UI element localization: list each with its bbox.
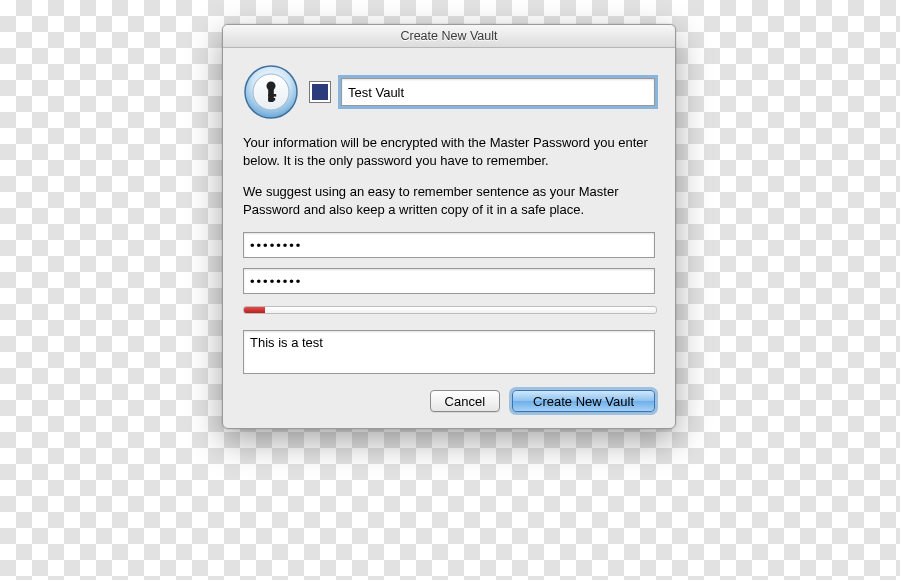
cancel-button[interactable]: Cancel xyxy=(430,390,500,412)
dialog-title: Create New Vault xyxy=(223,25,675,48)
description-text-1: Your information will be encrypted with … xyxy=(243,134,655,169)
create-vault-button[interactable]: Create New Vault xyxy=(512,390,655,412)
dialog-body: Your information will be encrypted with … xyxy=(223,48,675,428)
vault-header-row xyxy=(243,64,655,120)
master-password-input[interactable] xyxy=(243,232,655,258)
svg-rect-5 xyxy=(268,98,275,101)
password-strength-meter xyxy=(243,306,657,314)
password-strength-fill xyxy=(244,307,265,313)
svg-rect-4 xyxy=(268,94,276,97)
password-hint-input[interactable] xyxy=(243,330,655,374)
confirm-password-input[interactable] xyxy=(243,268,655,294)
vault-color-swatch[interactable] xyxy=(309,81,331,103)
create-vault-dialog: Create New Vault xyxy=(222,24,676,429)
password-fields xyxy=(243,232,655,374)
vault-name-input[interactable] xyxy=(341,78,655,106)
transparency-background: Create New Vault xyxy=(0,0,900,580)
dialog-buttons: Cancel Create New Vault xyxy=(243,390,655,412)
description-text-2: We suggest using an easy to remember sen… xyxy=(243,183,655,218)
onepassword-app-icon xyxy=(243,64,299,120)
